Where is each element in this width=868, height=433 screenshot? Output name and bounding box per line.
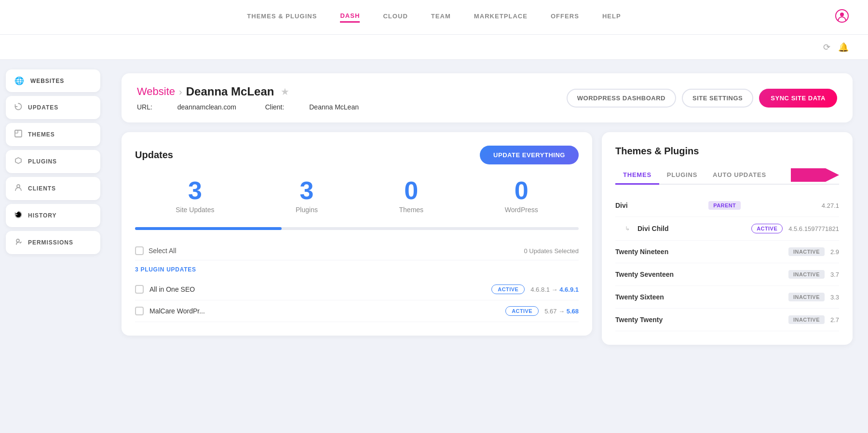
themes-icon	[14, 130, 22, 139]
themes-plugins-title: Themes & Plugins	[615, 146, 839, 157]
tab-auto-updates[interactable]: AUTO UPDATES	[705, 166, 774, 185]
sidebar-label-permissions: PERMISSIONS	[28, 239, 73, 246]
nav-team[interactable]: TEAM	[431, 13, 451, 22]
theme-name-divi-child: Divi Child	[637, 225, 669, 232]
sync-site-data-button[interactable]: SYNC SITE DATA	[759, 89, 837, 108]
theme-badge-20: INACTIVE	[788, 315, 825, 324]
user-profile-button[interactable]	[835, 9, 849, 25]
nav-dash[interactable]: DASH	[340, 12, 360, 23]
client-label: Client:	[265, 103, 285, 111]
breadcrumb-separator: ›	[179, 86, 182, 97]
stat-label-site: Site Updates	[176, 206, 214, 214]
themes-plugins-tabs: THEMES PLUGINS AUTO UPDATES	[615, 166, 839, 185]
sub-arrow-icon: ↳	[625, 225, 630, 232]
stat-label-wp: WordPress	[505, 206, 538, 214]
clients-icon	[14, 184, 22, 193]
theme-version-20: 2.7	[830, 316, 839, 324]
plugin-version-1: 4.6.8.1 → 4.6.9.1	[530, 286, 579, 293]
nav-cloud[interactable]: CLOUD	[383, 13, 407, 22]
theme-row-twenty-seventeen: Twenty Seventeen INACTIVE 3.7	[615, 263, 839, 286]
plugin-badge-1: ACTIVE	[491, 284, 525, 294]
plugin-name-2: MalCare WordPr...	[149, 307, 500, 315]
nav-offers[interactable]: OFFERS	[551, 13, 579, 22]
svg-point-1	[840, 13, 844, 16]
sidebar-item-updates[interactable]: UPDATES	[6, 96, 100, 119]
version-from-2: 5.67	[544, 308, 556, 315]
wordpress-dashboard-button[interactable]: WORDPRESS DASHBOARD	[567, 89, 676, 108]
themes-plugins-column: Themes & Plugins THEMES PLUGINS AUTO UPD…	[602, 132, 853, 345]
site-settings-button[interactable]: SITE SETTINGS	[682, 89, 753, 108]
main-layout: 🌐 WEBSITES UPDATES THEMES PLUGINS CLI	[0, 60, 868, 433]
plugin-updates-label: 3 PLUGIN UPDATES	[135, 266, 579, 273]
svg-marker-6	[791, 168, 839, 182]
updates-column: Updates UPDATE EVERYTHING 3 Site Updates…	[122, 132, 592, 345]
permissions-icon	[14, 238, 22, 247]
arrow-indicator	[791, 168, 839, 182]
nav-marketplace[interactable]: MARKETPLACE	[474, 13, 528, 22]
updates-selected-count: 0 Updates Selected	[524, 247, 579, 255]
stat-plugins: 3 Plugins	[296, 178, 318, 214]
theme-name-19: Twenty Nineteen	[615, 248, 668, 256]
page-header: Website › Deanna McLean ★ URL: deannamcl…	[122, 73, 853, 122]
nav-right-actions	[835, 9, 849, 25]
svg-rect-2	[15, 130, 22, 137]
theme-version-19: 2.9	[830, 248, 839, 256]
globe-icon: 🌐	[14, 76, 25, 85]
stats-row: 3 Site Updates 3 Plugins 0 Themes 0	[135, 178, 579, 214]
sidebar-item-clients[interactable]: CLIENTS	[6, 177, 100, 200]
theme-badge-16: INACTIVE	[788, 293, 825, 301]
refresh-button[interactable]: ⟳	[823, 42, 830, 53]
theme-name-17: Twenty Seventeen	[615, 271, 674, 278]
stat-number-site: 3	[176, 178, 214, 203]
history-icon	[14, 211, 22, 220]
sidebar-label-plugins: PLUGINS	[28, 158, 57, 165]
sidebar-item-history[interactable]: HISTORY	[6, 204, 100, 227]
select-all-row: Select All 0 Updates Selected	[135, 242, 579, 260]
sidebar-label-themes: THEMES	[28, 131, 55, 138]
sidebar-item-plugins[interactable]: PLUGINS	[6, 150, 100, 173]
select-all-left: Select All	[135, 246, 176, 255]
theme-name-20: Twenty Twenty	[615, 316, 663, 324]
favorite-star[interactable]: ★	[281, 86, 289, 97]
theme-badge-divi-child: ACTIVE	[751, 224, 783, 233]
notifications-button[interactable]: 🔔	[838, 42, 849, 53]
updates-card: Updates UPDATE EVERYTHING 3 Site Updates…	[122, 132, 592, 336]
plugin-checkbox-2[interactable]	[135, 307, 144, 315]
update-everything-button[interactable]: UPDATE EVERYTHING	[480, 146, 579, 164]
plugin-checkbox-1[interactable]	[135, 285, 144, 294]
stat-number-themes: 0	[399, 178, 424, 203]
sidebar-label-websites: WEBSITES	[30, 78, 64, 84]
stat-label-plugins: Plugins	[296, 206, 318, 214]
url-value: deannamclean.com	[177, 103, 236, 111]
sidebar-item-themes[interactable]: THEMES	[6, 123, 100, 146]
nav-links: THEMES & PLUGINS DASH CLOUD TEAM MARKETP…	[247, 12, 621, 23]
nav-help[interactable]: HELP	[602, 13, 621, 22]
tab-plugins[interactable]: PLUGINS	[659, 166, 705, 185]
sidebar-item-websites[interactable]: 🌐 WEBSITES	[6, 69, 100, 92]
theme-version-17: 3.7	[830, 271, 839, 278]
url-label: URL:	[137, 103, 152, 111]
sidebar-item-permissions[interactable]: PERMISSIONS	[6, 231, 100, 254]
stat-site-updates: 3 Site Updates	[176, 178, 214, 214]
theme-row-twenty-twenty: Twenty Twenty INACTIVE 2.7	[615, 309, 839, 331]
plugin-row-all-in-one-seo: All in One SEO ACTIVE 4.6.8.1 → 4.6.9.1	[135, 279, 579, 300]
site-name: Deanna McLean	[186, 85, 274, 98]
themes-plugins-card: Themes & Plugins THEMES PLUGINS AUTO UPD…	[602, 132, 853, 345]
top-navigation: THEMES & PLUGINS DASH CLOUD TEAM MARKETP…	[0, 0, 868, 35]
theme-badge-19: INACTIVE	[788, 247, 825, 256]
theme-row-divi-child: ↳ Divi Child ACTIVE 4.5.6.1597771821	[615, 217, 839, 241]
progress-bar-fill	[135, 227, 282, 230]
stat-label-themes: Themes	[399, 206, 424, 214]
theme-version-divi: 4.27.1	[822, 202, 839, 209]
tab-themes[interactable]: THEMES	[615, 166, 659, 185]
theme-name-divi: Divi	[615, 202, 628, 209]
select-all-checkbox[interactable]	[135, 246, 144, 255]
nav-themes-plugins[interactable]: THEMES & PLUGINS	[247, 13, 317, 22]
toolbar: ⟳ 🔔	[0, 35, 868, 60]
select-all-label[interactable]: Select All	[149, 247, 176, 255]
sidebar-label-history: HISTORY	[28, 212, 56, 219]
version-to-1: 4.6.9.1	[559, 286, 579, 293]
plugin-badge-2: ACTIVE	[505, 306, 539, 316]
updates-icon	[14, 103, 22, 112]
theme-version-divi-child: 4.5.6.1597771821	[788, 225, 839, 232]
